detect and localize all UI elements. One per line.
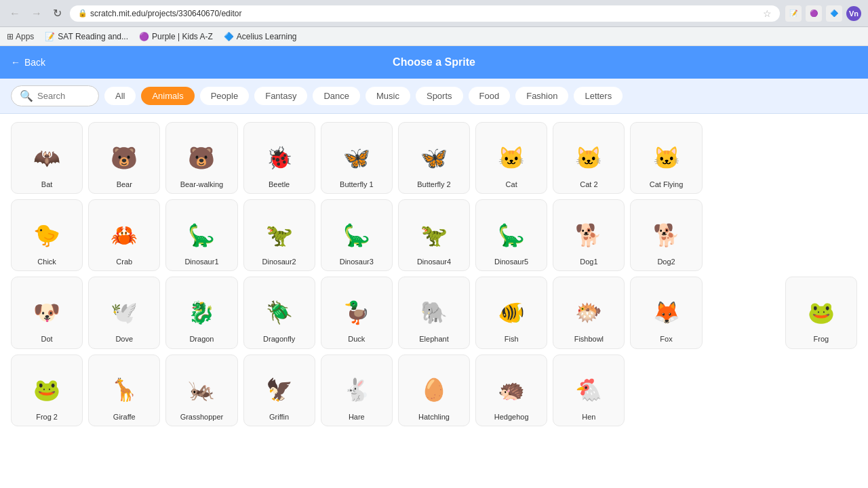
sprite-card[interactable]: 🦇Bat bbox=[11, 122, 83, 194]
sprite-card[interactable]: 🦕Dinosaur3 bbox=[321, 199, 393, 271]
bookmark-acelius[interactable]: 🔷 Acelius Learning bbox=[224, 32, 297, 41]
sprite-image: 🐘 bbox=[411, 293, 456, 333]
address-bar[interactable]: 🔒 scratch.mit.edu/projects/330640670/edi… bbox=[70, 5, 780, 22]
sprite-card[interactable]: 🐸Frog bbox=[785, 277, 857, 348]
sprite-label: Fishbowl bbox=[574, 335, 604, 344]
apps-bookmark[interactable]: ⊞ Apps bbox=[7, 32, 34, 41]
bookmark-star-icon[interactable]: ☆ bbox=[763, 8, 772, 19]
sprite-card[interactable]: 🐠Fish bbox=[475, 277, 547, 348]
sprite-label: Bat bbox=[41, 180, 53, 189]
sprite-card[interactable]: 🐉Dragon bbox=[165, 277, 237, 348]
sprite-label: Bear bbox=[117, 180, 132, 189]
sprite-image: 🪲 bbox=[256, 293, 302, 333]
sprite-image: 🦀 bbox=[102, 216, 147, 256]
sprite-card[interactable]: 🦔Hedgehog bbox=[475, 354, 547, 426]
sprite-card[interactable]: 🐶Dot bbox=[11, 277, 83, 348]
sprite-image: 🦖 bbox=[411, 216, 456, 256]
sprite-label: Cat Flying bbox=[650, 180, 684, 189]
sprite-card[interactable]: 🦋Butterfly 1 bbox=[321, 122, 393, 194]
filter-animals[interactable]: Animals bbox=[141, 87, 194, 105]
sprite-card[interactable]: 🐘Elephant bbox=[398, 277, 470, 348]
profile-avatar[interactable]: Vn bbox=[846, 6, 861, 21]
sprite-card[interactable]: 🐱Cat 2 bbox=[553, 122, 625, 194]
bookmark-sat[interactable]: 📝 SAT Reading and... bbox=[45, 32, 128, 41]
ext-icon-3[interactable]: 🔷 bbox=[826, 5, 842, 22]
url-text: scratch.mit.edu/projects/330640670/edito… bbox=[90, 9, 241, 18]
sprite-label: Dragon bbox=[189, 335, 214, 344]
back-label: Back bbox=[24, 57, 45, 68]
sprite-image: 🦕 bbox=[334, 216, 379, 256]
back-arrow-icon: ← bbox=[11, 57, 20, 68]
sat-icon: 📝 bbox=[45, 32, 55, 41]
sprite-image: 🐶 bbox=[24, 293, 69, 333]
sprite-card[interactable]: 🦗Grasshopper bbox=[165, 354, 237, 426]
sprite-card[interactable]: 🦆Duck bbox=[321, 277, 393, 348]
sprite-card[interactable]: 🐡Fishbowl bbox=[553, 277, 625, 348]
sprite-card[interactable]: 🪲Dragonfly bbox=[243, 277, 315, 348]
sprite-card[interactable]: 🐻Bear bbox=[88, 122, 160, 194]
ext-icon-2[interactable]: 🟣 bbox=[806, 5, 822, 22]
sprite-card[interactable]: 🦕Dinosaur1 bbox=[165, 199, 237, 271]
sprite-card[interactable]: 🦋Butterfly 2 bbox=[398, 122, 470, 194]
sprite-card[interactable]: 🐕Dog2 bbox=[630, 199, 702, 271]
filter-all[interactable]: All bbox=[104, 87, 136, 105]
sprite-card[interactable]: 🦒Giraffe bbox=[88, 354, 160, 426]
sprite-label: Frog 2 bbox=[36, 413, 58, 422]
sprite-card[interactable]: 🐔Hen bbox=[553, 354, 625, 426]
filter-sports[interactable]: Sports bbox=[416, 87, 463, 105]
sprite-card[interactable]: 🦖Dinosaur2 bbox=[243, 199, 315, 271]
sprite-label: Grasshopper bbox=[180, 413, 224, 422]
filter-dance[interactable]: Dance bbox=[313, 87, 360, 105]
sprite-card[interactable]: 🥚Hatchling bbox=[398, 354, 470, 426]
sprite-card[interactable]: 🐱Cat bbox=[475, 122, 547, 194]
filter-fashion[interactable]: Fashion bbox=[515, 87, 568, 105]
sprite-image: 🦔 bbox=[489, 370, 534, 410]
back-button[interactable]: ← Back bbox=[11, 57, 45, 68]
sprite-image: 🦋 bbox=[334, 138, 379, 178]
sprite-card[interactable]: 🦖Dinosaur4 bbox=[398, 199, 470, 271]
ext-icon-1[interactable]: 📝 bbox=[785, 5, 802, 22]
filter-fantasy[interactable]: Fantasy bbox=[254, 87, 307, 105]
browser-back-btn[interactable]: ← bbox=[7, 6, 23, 21]
sprite-label: Bear-walking bbox=[180, 180, 224, 189]
browser-reload-btn[interactable]: ↻ bbox=[50, 5, 64, 21]
sprite-image: 🦋 bbox=[411, 138, 456, 178]
sprite-label: Dog2 bbox=[657, 258, 675, 266]
sprite-label: Dove bbox=[115, 335, 133, 344]
filter-food[interactable]: Food bbox=[469, 87, 511, 105]
sprite-card[interactable]: 🐇Hare bbox=[321, 354, 393, 426]
sprite-image: 🐠 bbox=[489, 293, 534, 333]
bookmark-purple[interactable]: 🟣 Purple | Kids A-Z bbox=[139, 32, 213, 41]
sprite-card[interactable]: 🦕Dinosaur5 bbox=[475, 199, 547, 271]
search-input[interactable] bbox=[37, 91, 98, 101]
sprite-card[interactable]: 🐻Bear-walking bbox=[165, 122, 237, 194]
sprite-label: Dinosaur4 bbox=[417, 258, 451, 266]
sprite-label: Dinosaur5 bbox=[494, 258, 528, 266]
sprite-card[interactable]: 🕊️Dove bbox=[88, 277, 160, 348]
sat-label: SAT Reading and... bbox=[58, 32, 128, 41]
sprite-image: 🦒 bbox=[102, 370, 147, 410]
sprite-image: 🦇 bbox=[24, 138, 69, 178]
purple-label: Purple | Kids A-Z bbox=[152, 32, 213, 41]
sprite-image: 🐕 bbox=[644, 216, 689, 256]
sprite-card[interactable]: 🐞Beetle bbox=[243, 122, 315, 194]
sprite-label: Cat bbox=[506, 180, 517, 189]
sprite-card[interactable]: 🐕Dog1 bbox=[553, 199, 625, 271]
sprite-card[interactable]: 🐸Frog 2 bbox=[11, 354, 83, 426]
browser-forward-btn[interactable]: → bbox=[28, 6, 45, 21]
bookmarks-bar: ⊞ Apps 📝 SAT Reading and... 🟣 Purple | K… bbox=[0, 27, 868, 46]
sprite-label: Butterfly 2 bbox=[417, 180, 451, 189]
sprite-label: Griffin bbox=[269, 413, 289, 422]
filter-music[interactable]: Music bbox=[366, 87, 410, 105]
sprite-card[interactable]: 🦊Fox bbox=[630, 277, 702, 348]
sprite-card[interactable]: 🐤Chick bbox=[11, 199, 83, 271]
filter-people[interactable]: People bbox=[200, 87, 249, 105]
sprite-card[interactable]: 🦀Crab bbox=[88, 199, 160, 271]
sprite-label: Frog bbox=[814, 335, 829, 344]
sprite-image: 🐻 bbox=[102, 138, 147, 178]
sprite-card[interactable]: 🐱Cat Flying bbox=[630, 122, 702, 194]
search-box[interactable]: 🔍 bbox=[11, 85, 99, 106]
sprite-card[interactable]: 🦅Griffin bbox=[243, 354, 315, 426]
apps-icon: ⊞ bbox=[7, 32, 14, 41]
filter-letters[interactable]: Letters bbox=[574, 87, 623, 105]
